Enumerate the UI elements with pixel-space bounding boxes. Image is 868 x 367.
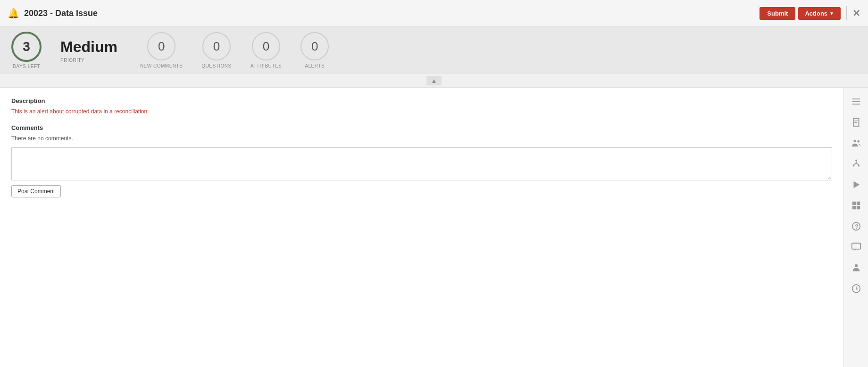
attributes-circle: 0: [252, 32, 280, 60]
questions-stat: 0 QUESTIONS: [201, 32, 231, 68]
list-icon: [851, 96, 861, 107]
header-actions: Submit Actions ▼ ✕: [760, 6, 860, 20]
alerts-value: 0: [311, 39, 318, 54]
svg-point-11: [855, 160, 857, 162]
attributes-label: ATTRIBUTES: [250, 63, 282, 68]
header: 🔔 20023 - Data Issue Submit Actions ▼ ✕: [0, 0, 868, 27]
question-icon: ?: [851, 221, 861, 231]
question-sidebar-button[interactable]: ?: [846, 216, 866, 236]
svg-marker-17: [853, 181, 860, 188]
questions-value: 0: [213, 39, 220, 54]
svg-point-26: [854, 264, 857, 267]
stat-circle-group: 0 NEW COMMENTS 0 QUESTIONS 0 ATTRIBUTES …: [140, 32, 329, 68]
new-comments-circle: 0: [147, 32, 175, 60]
svg-rect-5: [853, 118, 854, 127]
users-sidebar-button[interactable]: [846, 133, 866, 153]
days-left-value: 3: [23, 39, 30, 54]
chevron-up-icon: ▲: [431, 77, 437, 85]
svg-rect-19: [856, 202, 860, 205]
report-icon: [851, 117, 861, 128]
attributes-value: 0: [263, 39, 269, 54]
svg-rect-0: [852, 99, 860, 100]
chevron-down-icon: ▼: [829, 11, 834, 16]
hierarchy-icon: [851, 159, 861, 169]
svg-rect-4: [853, 126, 859, 127]
days-left-label: DAYS LEFT: [13, 64, 40, 69]
days-circle: 3: [11, 32, 42, 62]
clock-icon: [851, 283, 861, 294]
post-comment-button[interactable]: Post Comment: [11, 185, 61, 197]
actions-button[interactable]: Actions ▼: [798, 7, 841, 20]
description-text: This is an alert about corrupted data in…: [11, 108, 832, 115]
collapse-bar: ▲: [0, 74, 868, 88]
new-comments-label: NEW COMMENTS: [140, 63, 183, 68]
new-comments-stat: 0 NEW COMMENTS: [140, 32, 183, 68]
team-icon: [851, 263, 861, 273]
alerts-circle: 0: [300, 32, 329, 60]
questions-label: QUESTIONS: [201, 63, 231, 68]
comment-icon: [851, 242, 861, 252]
bell-icon: 🔔: [8, 8, 19, 19]
svg-rect-20: [852, 206, 855, 209]
svg-line-13: [853, 163, 856, 165]
hierarchy-sidebar-button[interactable]: [846, 154, 866, 174]
users-icon: [851, 138, 861, 148]
actions-label: Actions: [805, 10, 827, 17]
close-button[interactable]: ✕: [852, 8, 860, 19]
comment-sidebar-button[interactable]: [846, 237, 866, 257]
priority-value: Medium: [60, 38, 117, 56]
svg-rect-3: [853, 118, 859, 119]
alerts-stat: 0 ALERTS: [300, 32, 329, 68]
page-title: 20023 - Data Issue: [24, 9, 760, 18]
svg-rect-18: [852, 202, 855, 205]
svg-point-9: [853, 140, 856, 143]
svg-rect-6: [858, 118, 859, 127]
play-sidebar-button[interactable]: [846, 175, 866, 195]
submit-button[interactable]: Submit: [760, 7, 795, 20]
content-area: Description This is an alert about corru…: [0, 88, 843, 367]
svg-rect-2: [852, 104, 860, 105]
grid-icon: [851, 200, 861, 211]
svg-point-15: [852, 165, 854, 167]
svg-marker-25: [853, 249, 855, 251]
main-layout: Description This is an alert about corru…: [0, 88, 868, 367]
svg-text:?: ?: [855, 223, 858, 230]
right-sidebar: ?: [843, 88, 868, 367]
header-divider: [846, 6, 847, 20]
svg-line-14: [856, 163, 859, 165]
attributes-stat: 0 ATTRIBUTES: [250, 32, 282, 68]
svg-point-10: [857, 140, 860, 143]
priority-stat: Medium PRIORITY: [60, 38, 117, 63]
new-comments-value: 0: [158, 39, 165, 54]
report-sidebar-button[interactable]: [846, 112, 866, 132]
team-sidebar-button[interactable]: [846, 258, 866, 278]
svg-rect-21: [856, 206, 860, 209]
no-comments-text: There are no comments.: [11, 135, 832, 142]
alerts-label: ALERTS: [305, 63, 325, 68]
svg-rect-8: [854, 122, 857, 123]
questions-circle: 0: [202, 32, 231, 60]
svg-rect-24: [851, 243, 860, 249]
clock-sidebar-button[interactable]: [846, 279, 866, 299]
svg-point-16: [858, 165, 860, 167]
comment-textarea[interactable]: [11, 147, 832, 180]
svg-rect-1: [852, 101, 860, 102]
collapse-button[interactable]: ▲: [426, 76, 442, 85]
grid-sidebar-button[interactable]: [846, 196, 866, 215]
comments-heading: Comments: [11, 124, 832, 131]
play-icon: [851, 179, 861, 190]
svg-rect-7: [854, 120, 858, 121]
days-left-stat: 3 DAYS LEFT: [11, 32, 42, 69]
list-sidebar-button[interactable]: [846, 92, 866, 111]
priority-label: PRIORITY: [60, 58, 84, 63]
stats-bar: 3 DAYS LEFT Medium PRIORITY 0 NEW COMMEN…: [0, 27, 868, 74]
description-heading: Description: [11, 97, 832, 104]
